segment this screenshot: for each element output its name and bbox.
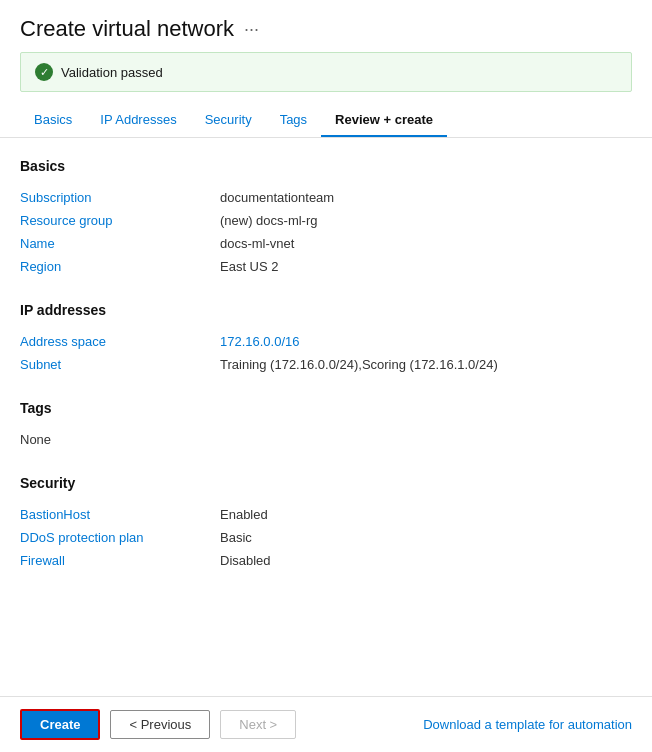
field-value-resource-group: (new) docs-ml-rg <box>220 213 318 228</box>
field-label-name: Name <box>20 236 220 251</box>
section-tags: Tags None <box>20 400 632 451</box>
field-label-address-space: Address space <box>20 334 220 349</box>
field-row-bastion: BastionHost Enabled <box>20 503 632 526</box>
footer: Create < Previous Next > Download a temp… <box>0 696 652 752</box>
field-row-region: Region East US 2 <box>20 255 632 278</box>
section-ip-title: IP addresses <box>20 302 632 318</box>
download-template-link[interactable]: Download a template for automation <box>423 711 632 738</box>
field-value-name: docs-ml-vnet <box>220 236 294 251</box>
field-row-name: Name docs-ml-vnet <box>20 232 632 255</box>
field-label-region: Region <box>20 259 220 274</box>
tab-tags[interactable]: Tags <box>266 104 321 137</box>
field-label-firewall: Firewall <box>20 553 220 568</box>
page-title: Create virtual network <box>20 16 234 42</box>
more-icon[interactable]: ··· <box>244 19 259 40</box>
field-row-resource-group: Resource group (new) docs-ml-rg <box>20 209 632 232</box>
content: Basics Subscription documentationteam Re… <box>0 138 652 606</box>
field-label-subnet: Subnet <box>20 357 220 372</box>
field-label-bastion: BastionHost <box>20 507 220 522</box>
tab-basics[interactable]: Basics <box>20 104 86 137</box>
check-icon: ✓ <box>35 63 53 81</box>
field-value-ddos: Basic <box>220 530 252 545</box>
field-label-resource-group: Resource group <box>20 213 220 228</box>
field-row-address-space: Address space 172.16.0.0/16 <box>20 330 632 353</box>
tab-security[interactable]: Security <box>191 104 266 137</box>
tabs: Basics IP Addresses Security Tags Review… <box>0 104 652 138</box>
create-button[interactable]: Create <box>20 709 100 740</box>
field-row-subscription: Subscription documentationteam <box>20 186 632 209</box>
field-value-subnet: Training (172.16.0.0/24),Scoring (172.16… <box>220 357 498 372</box>
validation-text: Validation passed <box>61 65 163 80</box>
validation-banner: ✓ Validation passed <box>20 52 632 92</box>
field-label-subscription: Subscription <box>20 190 220 205</box>
tags-none-value: None <box>20 428 632 451</box>
section-basics: Basics Subscription documentationteam Re… <box>20 158 632 278</box>
section-security-title: Security <box>20 475 632 491</box>
tab-review-create[interactable]: Review + create <box>321 104 447 137</box>
field-label-ddos: DDoS protection plan <box>20 530 220 545</box>
section-security: Security BastionHost Enabled DDoS protec… <box>20 475 632 572</box>
field-value-subscription: documentationteam <box>220 190 334 205</box>
field-value-bastion: Enabled <box>220 507 268 522</box>
section-basics-title: Basics <box>20 158 632 174</box>
tab-ip-addresses[interactable]: IP Addresses <box>86 104 190 137</box>
section-ip-addresses: IP addresses Address space 172.16.0.0/16… <box>20 302 632 376</box>
field-row-subnet: Subnet Training (172.16.0.0/24),Scoring … <box>20 353 632 376</box>
next-button[interactable]: Next > <box>220 710 296 739</box>
field-value-region: East US 2 <box>220 259 279 274</box>
field-value-firewall: Disabled <box>220 553 271 568</box>
page-header: Create virtual network ··· <box>0 0 652 52</box>
field-row-ddos: DDoS protection plan Basic <box>20 526 632 549</box>
field-row-firewall: Firewall Disabled <box>20 549 632 572</box>
field-value-address-space: 172.16.0.0/16 <box>220 334 300 349</box>
previous-button[interactable]: < Previous <box>110 710 210 739</box>
section-tags-title: Tags <box>20 400 632 416</box>
